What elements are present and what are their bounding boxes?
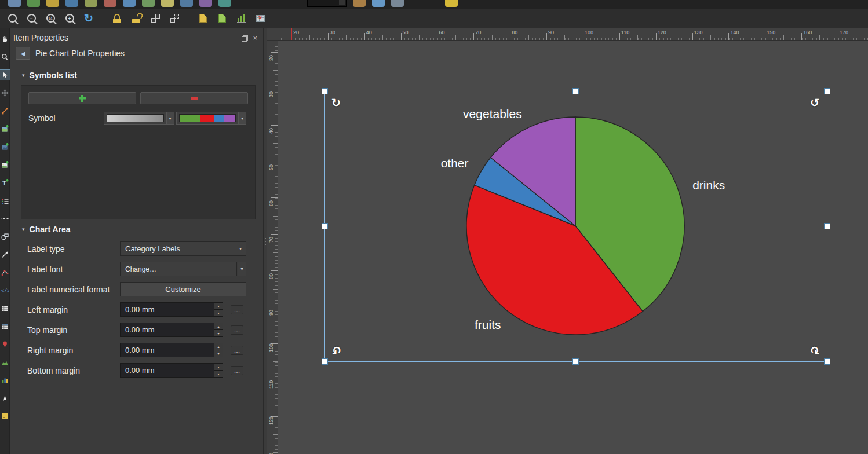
cropped-toolbar-icon[interactable]: [161, 0, 174, 7]
tool-add-label[interactable]: T: [0, 178, 10, 188]
rotate-handle-icon[interactable]: ↻: [810, 97, 819, 108]
left-margin-override-button[interactable]: …: [231, 305, 243, 314]
tool-add-attribute-table[interactable]: [0, 303, 10, 313]
tool-zoom[interactable]: [0, 52, 10, 62]
tool-edit-nodes[interactable]: [0, 106, 10, 116]
resize-items-button[interactable]: [232, 10, 250, 27]
add-north-arrow-icon: [1, 394, 9, 402]
cropped-toolbar-icon[interactable]: [46, 0, 59, 7]
tool-pan[interactable]: [0, 34, 10, 44]
spin-down-icon[interactable]: ▾: [214, 371, 223, 377]
cropped-toolbar-icon[interactable]: [372, 0, 385, 7]
selection-frame[interactable]: ↻ ↻ ↻ ↻: [324, 91, 827, 362]
add-symbol-button[interactable]: [28, 92, 136, 104]
right-margin-override-button[interactable]: …: [231, 346, 243, 355]
cropped-toolbar-icon[interactable]: [27, 0, 40, 7]
spin-up-icon[interactable]: ▴: [214, 323, 223, 330]
cropped-toolbar-icon[interactable]: [218, 0, 231, 7]
ungroup-items-button[interactable]: [166, 10, 183, 27]
spin-down-icon[interactable]: ▾: [214, 330, 223, 336]
top-margin-override-button[interactable]: …: [231, 325, 243, 335]
tool-add-3d-map[interactable]: [0, 142, 10, 152]
tool-add-map[interactable]: [0, 124, 10, 134]
symbols-list-title: Symbols list: [30, 71, 77, 80]
tool-add-fixed-table[interactable]: [0, 321, 10, 331]
group-items-button[interactable]: [147, 10, 164, 27]
resize-handle-middle-right[interactable]: [825, 224, 830, 229]
lock-items-button[interactable]: [108, 10, 126, 27]
lightning-icon[interactable]: [445, 0, 458, 7]
spin-down-icon[interactable]: ▾: [214, 310, 223, 316]
resize-handle-top-right[interactable]: [825, 89, 830, 94]
resize-handle-top-middle[interactable]: [573, 89, 578, 94]
top-margin-spinbox[interactable]: 0.00 mm ▴▾: [120, 323, 223, 337]
cropped-toolbar-icon[interactable]: [180, 0, 193, 7]
cropped-toolbar-icon[interactable]: [391, 0, 404, 7]
bottom-margin-spinbox[interactable]: 0.00 mm ▴▾: [120, 363, 223, 378]
tool-add-html[interactable]: </>: [0, 285, 10, 295]
delete-items-button[interactable]: ×: [251, 10, 269, 27]
tool-add-annotation[interactable]: [0, 411, 10, 421]
zoom-level-spinbox[interactable]: [307, 0, 347, 7]
resize-handle-middle-left[interactable]: [322, 224, 327, 229]
left-margin-spinbox[interactable]: 0.00 mm ▴▾: [120, 302, 223, 317]
tool-add-arrow[interactable]: [0, 250, 10, 259]
ruler-tick-label: 70: [475, 30, 481, 35]
tool-add-marker[interactable]: [0, 339, 10, 349]
spin-down-icon[interactable]: ▾: [214, 350, 223, 357]
refresh-button[interactable]: ↻: [80, 10, 97, 27]
cropped-toolbar-icon[interactable]: [104, 0, 116, 7]
resize-handle-bottom-right[interactable]: [825, 359, 830, 364]
symbols-list-section-header[interactable]: ▾ Symbols list: [10, 65, 263, 85]
rotate-handle-icon[interactable]: ↻: [810, 345, 819, 356]
label-font-change-button[interactable]: Change…: [120, 262, 237, 276]
tool-add-legend[interactable]: [0, 196, 10, 206]
cropped-toolbar-icon[interactable]: [142, 0, 155, 7]
remove-symbol-button[interactable]: [140, 92, 248, 104]
spin-up-icon[interactable]: ▴: [214, 303, 223, 310]
zoom-out-button[interactable]: −: [23, 10, 40, 27]
customize-button[interactable]: Customize: [120, 282, 246, 296]
rotate-handle-icon[interactable]: ↻: [332, 345, 341, 356]
spin-up-icon[interactable]: ▴: [214, 343, 223, 350]
cropped-toolbar-icon[interactable]: [8, 0, 21, 7]
symbol-colors-dropdown[interactable]: ▾: [176, 112, 247, 125]
tool-add-elevation-profile[interactable]: [0, 357, 10, 367]
tool-select-move[interactable]: [0, 70, 10, 80]
add-arrow-icon: [1, 251, 9, 258]
resize-handle-top-left[interactable]: [322, 89, 327, 94]
layout-canvas[interactable]: drinksfruitsothervegetables ↻ ↻ ↻ ↻: [278, 41, 868, 454]
lower-items-button[interactable]: [213, 10, 231, 27]
cropped-toolbar-icon[interactable]: [199, 0, 212, 7]
back-button[interactable]: ◀: [16, 47, 30, 60]
chart-area-section-header[interactable]: ▾ Chart Area: [10, 219, 263, 239]
tool-add-node-item[interactable]: [0, 268, 10, 277]
bottom-margin-override-button[interactable]: …: [231, 366, 243, 375]
raise-items-button[interactable]: [194, 10, 211, 27]
zoom-full-button[interactable]: [3, 10, 21, 27]
symbol-style-dropdown[interactable]: ▾: [104, 112, 174, 125]
zoom-in-button[interactable]: +: [61, 10, 78, 27]
resize-handle-bottom-left[interactable]: [322, 359, 327, 364]
zoom-actual-size-button[interactable]: 1:1: [42, 10, 59, 27]
panel-splitter[interactable]: [264, 28, 267, 454]
tool-add-north-arrow[interactable]: [0, 393, 10, 403]
float-panel-icon[interactable]: [243, 35, 248, 41]
unlock-items-button[interactable]: [127, 10, 145, 27]
cropped-toolbar-icon[interactable]: [65, 0, 78, 7]
tool-add-picture[interactable]: [0, 160, 10, 170]
rotate-handle-icon[interactable]: ↻: [331, 97, 341, 108]
tool-move-content[interactable]: [0, 88, 10, 98]
cropped-toolbar-icon[interactable]: [353, 0, 366, 7]
cropped-toolbar-icon[interactable]: [85, 0, 97, 7]
label-type-combo[interactable]: Category Labels ▾: [120, 241, 246, 256]
tool-add-scalebar[interactable]: [0, 214, 10, 224]
spin-up-icon[interactable]: ▴: [214, 364, 223, 371]
tool-add-plot[interactable]: [0, 375, 10, 385]
tool-add-shape[interactable]: [0, 232, 10, 241]
resize-handle-bottom-middle[interactable]: [573, 359, 578, 364]
cropped-toolbar-icon[interactable]: [123, 0, 136, 7]
close-panel-icon[interactable]: ×: [253, 34, 257, 42]
right-margin-spinbox[interactable]: 0.00 mm ▴▾: [120, 343, 223, 357]
label-font-dropdown-button[interactable]: ▾: [238, 262, 246, 276]
